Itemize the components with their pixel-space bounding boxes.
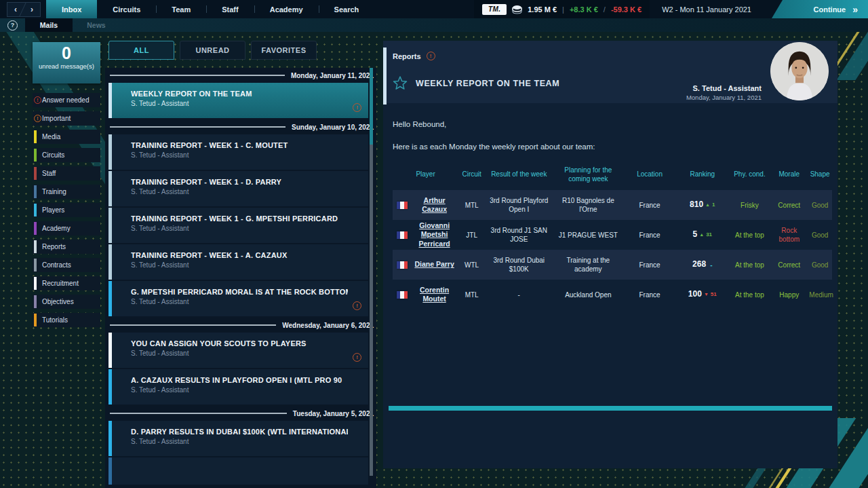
unread-bar — [108, 208, 112, 243]
sidebar-filter-item[interactable]: ! Important — [33, 111, 100, 126]
player-link[interactable]: Corentin Moutet — [412, 286, 457, 303]
sidebar-filter-item[interactable]: Media — [33, 130, 100, 144]
scrollbar-track[interactable] — [370, 145, 373, 476]
mail-item[interactable]: WEEKLY REPORT ON THE TEAM S. Tetud - Ass… — [108, 83, 368, 118]
sidebar-filter-item[interactable]: Recruitment — [33, 276, 100, 290]
mail-list-tab[interactable]: FAVORITES — [251, 41, 317, 60]
mail-item[interactable]: TRAINING REPORT - WEEK 1 - G. MPETSHI PE… — [108, 208, 368, 243]
sub-nav-tab-label: News — [87, 21, 105, 29]
phy-cond-cell: At the top — [729, 229, 771, 241]
favorite-star-icon[interactable] — [393, 76, 408, 91]
ranking-cell: 268 - — [676, 258, 729, 271]
scrollbar-thumb[interactable] — [370, 68, 373, 145]
top-nav-bar: ‹ › Inbox Circuits Team Staff Academy Se… — [0, 0, 868, 18]
mail-item[interactable]: A. CAZAUX RESULTS IN PLAYFORD OPEN I (MT… — [108, 369, 368, 405]
sidebar-filter-item[interactable]: ! Answer needed — [33, 93, 100, 107]
sidebar-filter-item[interactable]: Training — [33, 185, 100, 199]
unread-label: unread message(s) — [33, 62, 100, 70]
mail-sender: S. Tetud - Assistant — [131, 225, 348, 232]
ranking-cell: 810 ▲ 1 — [676, 198, 729, 212]
filter-label: Players — [42, 206, 64, 214]
important-icon: ! — [353, 103, 361, 112]
app-screen: ‹ › Inbox Circuits Team Staff Academy Se… — [0, 0, 868, 488]
main-nav-tab[interactable]: Inbox — [46, 0, 97, 18]
mail-item[interactable]: ! — [108, 457, 368, 485]
mail-list-tabs: ALL UNREAD FAVORITES — [108, 41, 376, 60]
back-icon[interactable]: ‹ — [14, 5, 17, 14]
mail-item[interactable]: D. PARRY RESULTS IN DUBAI $100K (WTL INT… — [108, 421, 368, 456]
location-cell: France — [623, 259, 676, 271]
help-icon[interactable]: ? — [7, 20, 18, 31]
mail-list-tab-label: FAVORITES — [261, 46, 306, 54]
important-icon: ! — [353, 301, 361, 310]
money-icon — [512, 5, 522, 14]
filter-marker-icon — [34, 259, 37, 271]
unread-count: 0 — [33, 44, 100, 62]
filter-marker-icon — [34, 277, 37, 290]
player-cell: Corentin Moutet — [393, 284, 458, 305]
sidebar-filter-item[interactable]: Contracts — [33, 258, 100, 272]
funds-box[interactable]: TM. 1.95 M € | +8.3 K € / -59.3 K € — [474, 0, 650, 18]
mail-date-divider: Sunday, January 10, 2021 — [108, 119, 376, 134]
unread-bar — [108, 171, 112, 206]
mail-list-panel: ALL UNREAD FAVORITES Monday, January 11,… — [105, 41, 376, 488]
sub-nav-tab[interactable]: News — [73, 18, 120, 32]
player-cell: Diane Parry — [393, 259, 458, 270]
planning-cell: Auckland Open — [553, 289, 624, 301]
greeting-text: Hello Rebound, — [393, 120, 832, 128]
filter-marker-icon: ! — [34, 96, 41, 104]
main-nav-tab[interactable]: Team — [156, 0, 206, 18]
ranking-trend-icon: ▲ — [699, 231, 704, 238]
mail-list-tab[interactable]: ALL — [108, 41, 174, 60]
sender-name: S. Tetud - Assistant — [686, 84, 762, 92]
mail-item[interactable]: G. MPETSHI PERRICARD MORAL IS AT THE ROC… — [108, 281, 368, 316]
mail-item[interactable]: TRAINING REPORT - WEEK 1 - D. PARRY S. T… — [108, 171, 368, 206]
mail-list-tab-label: UNREAD — [195, 46, 229, 54]
filter-marker-icon — [34, 240, 37, 253]
mail-list: Monday, January 11, 2021 WEEKLY REPORT O… — [105, 68, 376, 488]
mail-item[interactable]: TRAINING REPORT - WEEK 1 - C. MOUTET S. … — [108, 134, 368, 170]
sidebar-filter-item[interactable]: Staff — [33, 166, 100, 181]
continue-button[interactable]: Continue » — [772, 0, 868, 18]
france-flag-icon — [397, 261, 408, 269]
important-icon: ! — [353, 353, 361, 362]
sidebar-filter-item[interactable]: Objectives — [33, 295, 100, 309]
unread-bar — [108, 244, 112, 280]
tm-logo: TM. — [482, 4, 507, 15]
main-nav-tab[interactable]: Circuits — [97, 0, 156, 18]
result-cell: 3rd Round Playford Open I — [485, 195, 553, 215]
sub-nav-tab[interactable]: Mails — [25, 18, 73, 32]
sidebar-filter-item[interactable]: Tutorials — [33, 313, 100, 327]
filter-label: Objectives — [42, 298, 74, 305]
player-link[interactable]: Diane Parry — [412, 260, 457, 269]
breadcrumb-label: Reports — [393, 52, 421, 60]
filter-marker-icon — [34, 149, 37, 162]
filter-label: Training — [42, 188, 66, 195]
forward-icon[interactable]: › — [31, 5, 33, 14]
location-cell: France — [623, 229, 676, 241]
mail-title: TRAINING REPORT - WEEK 1 - G. MPETSHI PE… — [131, 214, 348, 223]
ranking-value: 5 — [693, 229, 698, 240]
intro-text: Here is as each Monday the weekly report… — [393, 143, 832, 151]
mail-item[interactable]: TRAINING REPORT - WEEK 1 - A. CAZAUX S. … — [108, 244, 368, 280]
ranking-trend-icon: ▲ — [705, 202, 710, 208]
main-nav-tab[interactable]: Staff — [206, 0, 254, 18]
ranking-value: 268 — [692, 259, 706, 270]
sidebar-filter-item[interactable]: Circuits — [33, 148, 100, 162]
mail-item[interactable]: YOU CAN ASSIGN YOUR SCOUTS TO PLAYERS S.… — [108, 333, 368, 368]
sidebar-filter-item[interactable]: Academy — [33, 221, 100, 236]
player-link[interactable]: Arthur Cazaux — [412, 196, 457, 214]
main-nav-tab[interactable]: Search — [319, 0, 375, 18]
france-flag-icon — [397, 202, 408, 209]
sub-nav-tabs: Mails News — [25, 18, 120, 32]
mail-sender: S. Tetud - Assistant — [131, 350, 348, 357]
divider-date: Tuesday, January 5, 2021 — [293, 410, 374, 417]
main-nav-tab[interactable]: Academy — [254, 0, 319, 18]
mail-list-tab[interactable]: UNREAD — [180, 41, 245, 60]
table-column-header: Location — [623, 170, 676, 179]
sidebar-filter-item[interactable]: Players — [33, 203, 100, 217]
player-link[interactable]: Giovanni Mpetshi Perricard — [412, 221, 457, 248]
sidebar-filter-item[interactable]: Reports — [33, 240, 100, 254]
filter-marker-icon — [34, 295, 37, 308]
report-panel: Reports ! WEEKLY REPORT ON THE TEAM S. T… — [383, 41, 837, 468]
